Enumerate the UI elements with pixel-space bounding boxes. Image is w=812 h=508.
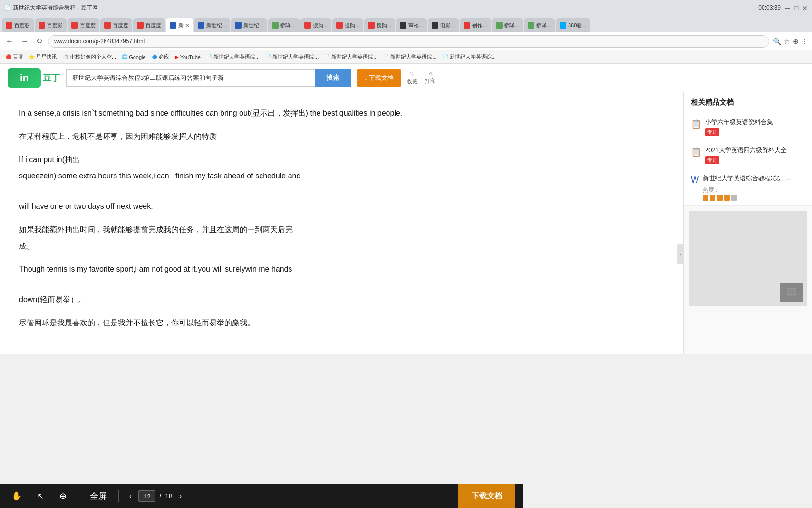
- refresh-button[interactable]: ↻: [34, 36, 44, 47]
- minimize-button[interactable]: ─: [784, 4, 791, 11]
- tab-baidu1[interactable]: 百度影: [2, 18, 34, 32]
- tab-icon-dianying: [432, 22, 438, 29]
- content-wrap: In a sense,a crisis isn`t something bad …: [0, 92, 812, 354]
- tab-sougou3[interactable]: 搜购...: [364, 18, 395, 32]
- bookmark-youtube[interactable]: ▶ YouTube: [173, 53, 203, 61]
- close-button[interactable]: ✕: [802, 4, 808, 11]
- tab-label-360: 360新...: [568, 22, 587, 29]
- tab-xinshiji2[interactable]: 新世纪...: [231, 18, 267, 32]
- star-button[interactable]: ☆: [784, 38, 790, 45]
- tab-shenhe[interactable]: 审核...: [396, 18, 427, 32]
- bookmark-label-xs1: 新世纪大学英语综...: [213, 53, 260, 60]
- bookmark-label-xs2: 新世纪大学英语综...: [272, 53, 319, 60]
- collect-button[interactable]: ♡ 收藏: [407, 71, 417, 85]
- tab-label-fanyi2: 翻译...: [504, 22, 519, 29]
- bookmark-label-baidu: 百度: [13, 53, 23, 60]
- maximize-button[interactable]: □: [793, 4, 800, 11]
- tab-360[interactable]: 360新...: [556, 18, 590, 32]
- bookmark-label-xs4: 新世纪大学英语综...: [390, 53, 436, 60]
- main-search-input[interactable]: [66, 69, 315, 87]
- tab-fanyi2[interactable]: 翻译...: [492, 18, 523, 32]
- doc-item-content-1: 小学六年级英语资料合集 专题: [705, 118, 805, 136]
- search-icon-btn[interactable]: 🔍: [773, 38, 781, 45]
- tab-xinshiji1[interactable]: 新世纪...: [194, 18, 230, 32]
- tab-icon-baidu1: [6, 22, 12, 29]
- tab-chuangzuo[interactable]: 创作...: [460, 18, 491, 32]
- menu-button[interactable]: ⋮: [802, 38, 808, 45]
- bookmark-baidu[interactable]: 🔴 百度: [4, 52, 25, 61]
- zoom-tool-button[interactable]: ⊕: [56, 489, 70, 503]
- tab-icon-chuangzuo: [464, 22, 470, 29]
- bookmark-xinshiji3[interactable]: 📄 新世纪大学英语综...: [322, 52, 379, 61]
- bookmark-google[interactable]: 🌐 Google: [120, 53, 147, 61]
- forward-button[interactable]: →: [19, 36, 30, 47]
- tab-label-dianying: 电影...: [440, 22, 455, 29]
- search-button[interactable]: 搜索: [315, 69, 351, 87]
- heart-icon: ♡: [410, 71, 415, 77]
- tab-baidu2[interactable]: 百度影: [35, 18, 67, 32]
- site-header: in 豆丁 搜索 ↓ 下载文档 ♡ 收藏 🖨 打印: [0, 64, 812, 92]
- tab-baidu5[interactable]: 百度度: [133, 18, 165, 32]
- bookmark-icon-baidu: 🔴: [6, 54, 11, 59]
- tab-label-baidu2: 百度影: [47, 22, 63, 29]
- bookmark-icon-youtube: ▶: [175, 54, 179, 59]
- page-number-input[interactable]: [138, 490, 155, 502]
- back-button[interactable]: ←: [4, 36, 15, 47]
- bookmark-xinshiji1[interactable]: 📄 新世纪大学英语综...: [204, 52, 261, 61]
- bookmark-icon-xs2: 📄: [265, 54, 271, 59]
- bookmark-star[interactable]: ⭐ 星星快讯: [27, 52, 59, 61]
- toolbar-separator-1: [78, 490, 78, 502]
- bookmark-label-bing: 必应: [159, 53, 169, 60]
- extensions-button[interactable]: ⊕: [793, 38, 799, 45]
- doc-icon-3: W: [691, 175, 699, 185]
- bookmark-bing[interactable]: 🔷 必应: [150, 52, 171, 61]
- bookmark-xinshiji4[interactable]: 📄 新世纪大学英语综...: [381, 52, 438, 61]
- para-2-zh-line1: 如果我能额外抽出时间，我就能够提前完成我的任务，并且在这周的一到两天后完: [19, 223, 664, 237]
- sidebar-item-2[interactable]: 📋 2021大学英语四六级资料大全 专题: [684, 141, 812, 169]
- bookmark-xinshiji2[interactable]: 📄 新世纪大学英语综...: [263, 52, 320, 61]
- hot-dot-4: [724, 195, 730, 201]
- bookmark-xinshiji5[interactable]: 📄 新世纪大学英语综...: [441, 52, 498, 61]
- tab-icon-xinshiji2: [235, 22, 242, 29]
- hand-tool-button[interactable]: ✋: [8, 489, 26, 503]
- hot-dot-5: [731, 195, 737, 201]
- doc-item-title-3: 新世纪大学英语综合教程3第二...: [703, 174, 805, 183]
- panel-ad-thumb: 🖼: [780, 283, 803, 302]
- tab-label-xinshiji1: 新世纪...: [206, 22, 226, 29]
- bookmark-shenhe[interactable]: 📋 审核好像的个人空...: [61, 52, 118, 61]
- tab-favicon: 📄: [4, 4, 11, 11]
- hot-dot-2: [710, 195, 715, 201]
- panel-collapse-arrow[interactable]: ›: [677, 244, 684, 264]
- tab-label-active: 新: [178, 22, 184, 29]
- tab-close-icon[interactable]: ✕: [185, 23, 189, 28]
- tab-fanyi3[interactable]: 翻译...: [524, 18, 555, 32]
- hot-dot-1: [703, 195, 708, 201]
- print-button[interactable]: 🖨 打印: [425, 71, 435, 85]
- tab-active[interactable]: 新 ✕: [166, 18, 193, 32]
- title-bar: 📄 新世纪大学英语综合教程 - 豆丁网 00:03:39 ─ □ ✕: [0, 0, 812, 15]
- tab-dianying[interactable]: 电影...: [428, 18, 459, 32]
- window-controls[interactable]: ─ □ ✕: [784, 4, 808, 11]
- url-input[interactable]: [48, 35, 769, 48]
- tab-sougou1[interactable]: 搜购...: [300, 18, 331, 32]
- fullscreen-button[interactable]: 全屏: [86, 488, 111, 504]
- prev-page-button[interactable]: ‹: [126, 491, 135, 501]
- select-tool-button[interactable]: ↖: [33, 489, 48, 503]
- sidebar-item-3[interactable]: W 新世纪大学英语综合教程3第二... 热度：: [684, 169, 812, 205]
- para-2-en-line2: squeezein) some extra hours this week,i …: [19, 169, 664, 183]
- tab-fanyi1[interactable]: 翻译...: [268, 18, 299, 32]
- sidebar-item-1[interactable]: 📋 小学六年级英语资料合集 专题: [684, 113, 812, 141]
- tab-sougou2[interactable]: 搜购...: [332, 18, 363, 32]
- document-content: In a sense,a crisis isn`t something bad …: [0, 92, 684, 354]
- bottom-download-button[interactable]: 下载文档: [458, 484, 515, 508]
- next-page-button[interactable]: ›: [176, 491, 184, 501]
- bookmark-icon-shenhe: 📋: [63, 54, 68, 59]
- bottom-toolbar: ✋ ↖ ⊕ 全屏 ‹ / 18 › 下载文档: [0, 484, 523, 508]
- tab-icon-active: [170, 22, 176, 29]
- tab-baidu4[interactable]: 百度度: [100, 18, 132, 32]
- ad-thumb-image: 🖼: [787, 287, 796, 298]
- tab-icon-xinshiji1: [198, 22, 204, 29]
- tab-baidu3[interactable]: 百度度: [68, 18, 99, 32]
- header-download-button[interactable]: ↓ 下载文档: [357, 69, 401, 87]
- tab-icon-sougou3: [368, 22, 375, 29]
